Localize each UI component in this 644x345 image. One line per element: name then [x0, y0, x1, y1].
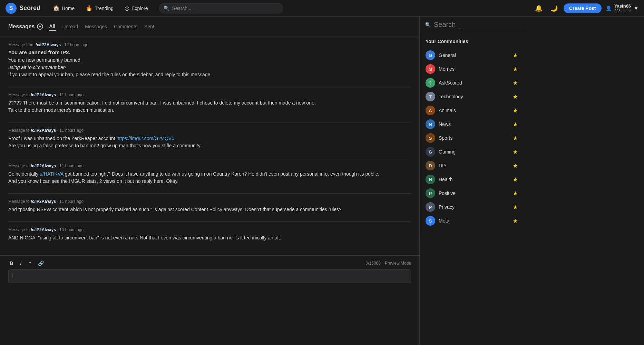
- community-link[interactable]: /c/IP2Always: [31, 128, 56, 133]
- community-link[interactable]: /c/IP2Always: [36, 42, 61, 47]
- community-item[interactable]: ? AskScored ★: [426, 76, 518, 90]
- message-meta-prefix: Message to: [8, 128, 31, 133]
- nav-explore-label: Explore: [131, 6, 148, 11]
- message-time: · 11 hours ago: [57, 199, 84, 204]
- compose-input[interactable]: [8, 269, 411, 283]
- star-icon[interactable]: ★: [513, 52, 518, 59]
- quote-button[interactable]: ❝: [27, 260, 32, 267]
- tab-comments[interactable]: Comments: [113, 22, 138, 31]
- create-post-button[interactable]: Create Post: [564, 3, 602, 13]
- link-button[interactable]: 🔗: [37, 260, 45, 267]
- theme-toggle-button[interactable]: 🌙: [548, 3, 559, 14]
- user-menu[interactable]: 👤 Yasin66 228 score ▼: [606, 3, 638, 13]
- trending-icon: 🔥: [86, 5, 92, 11]
- community-item[interactable]: A Animals ★: [426, 103, 518, 117]
- top-search-area[interactable]: 🔍: [420, 17, 523, 33]
- community-item[interactable]: H Health ★: [426, 172, 518, 186]
- main-layout: Messages + All Unread Messages Comments …: [0, 17, 644, 345]
- message-link[interactable]: https://imgur.com/G2viQV5: [117, 136, 174, 141]
- message-text: And "posting NSFW content which is not p…: [8, 206, 411, 213]
- community-item[interactable]: G General ★: [426, 48, 518, 62]
- nav-home[interactable]: 🏠 Home: [49, 3, 79, 13]
- nav-trending-label: Trending: [95, 6, 114, 11]
- star-icon[interactable]: ★: [513, 218, 518, 224]
- message-text: Coincidentally u/HATIKVA got banned too …: [8, 170, 411, 185]
- community-link[interactable]: /c/IP2Always: [31, 199, 56, 204]
- community-name: Meta: [439, 218, 509, 224]
- community-name: Technology: [439, 94, 509, 99]
- top-search-input[interactable]: [434, 21, 517, 29]
- star-icon[interactable]: ★: [513, 80, 518, 86]
- tab-all[interactable]: All: [49, 22, 56, 31]
- tab-messages[interactable]: Messages: [84, 22, 108, 31]
- star-icon[interactable]: ★: [513, 135, 518, 141]
- list-item: Message to /c/IP2Always · 11 hours ago C…: [8, 164, 411, 185]
- compose-area: B I ❝ 🔗 0/15000 Preview Mode: [0, 255, 419, 288]
- community-name: News: [439, 121, 509, 127]
- community-link[interactable]: /c/IP2Always: [31, 164, 56, 168]
- logo[interactable]: S Scored: [6, 3, 40, 14]
- italic-button[interactable]: I: [19, 260, 23, 267]
- tab-unread[interactable]: Unread: [61, 22, 79, 31]
- list-item: Message to /c/IP2Always · 11 hours ago P…: [8, 128, 411, 149]
- app-name: Scored: [19, 4, 40, 12]
- search-bar[interactable]: 🔍: [159, 3, 283, 13]
- community-avatar: T: [426, 92, 435, 101]
- community-item[interactable]: P Privacy ★: [426, 200, 518, 214]
- community-name: Sports: [439, 135, 509, 141]
- star-icon[interactable]: ★: [513, 176, 518, 183]
- community-item[interactable]: P Positive ★: [426, 186, 518, 200]
- user-dropdown-icon: ▼: [634, 6, 638, 11]
- divider: [8, 87, 411, 87]
- compose-toolbar: B I ❝ 🔗 0/15000 Preview Mode: [8, 260, 411, 267]
- star-icon[interactable]: ★: [513, 66, 518, 72]
- community-item[interactable]: M Memes ★: [426, 62, 518, 76]
- nav-trending[interactable]: 🔥 Trending: [81, 3, 118, 13]
- community-link[interactable]: /c/IP2Always: [31, 92, 56, 97]
- logo-icon: S: [6, 3, 17, 14]
- star-icon[interactable]: ★: [513, 204, 518, 210]
- community-avatar: G: [426, 147, 435, 157]
- message-time: · 11 hours ago: [57, 164, 84, 168]
- message-time: · 11 hours ago: [57, 128, 84, 133]
- user-score: 228 score: [614, 9, 631, 13]
- star-icon[interactable]: ★: [513, 190, 518, 197]
- community-item[interactable]: G Gaming ★: [426, 145, 518, 159]
- message-meta: Message from /c/IP2Always · 12 hours ago: [8, 42, 411, 47]
- star-icon[interactable]: ★: [513, 93, 518, 100]
- star-icon[interactable]: ★: [513, 149, 518, 155]
- community-item[interactable]: T Technology ★: [426, 90, 518, 103]
- user-mention[interactable]: u/HATIKVA: [40, 171, 64, 177]
- divider: [8, 122, 411, 122]
- community-avatar: M: [426, 64, 435, 74]
- messages-body: Message from /c/IP2Always · 12 hours ago…: [0, 37, 419, 255]
- search-input[interactable]: [172, 6, 279, 11]
- preview-mode-button[interactable]: Preview Mode: [385, 261, 411, 266]
- nav-home-label: Home: [62, 6, 75, 11]
- community-avatar: H: [426, 175, 435, 184]
- star-icon[interactable]: ★: [513, 121, 518, 128]
- community-item[interactable]: S Sports ★: [426, 131, 518, 145]
- community-avatar: S: [426, 133, 435, 143]
- bold-button[interactable]: B: [8, 260, 14, 267]
- star-icon[interactable]: ★: [513, 162, 518, 169]
- notifications-button[interactable]: 🔔: [533, 3, 544, 14]
- community-item[interactable]: D DIY ★: [426, 159, 518, 172]
- message-meta-prefix: Message to: [8, 92, 31, 97]
- community-name: Health: [439, 177, 509, 182]
- star-icon[interactable]: ★: [513, 107, 518, 114]
- divider: [8, 158, 411, 158]
- message-meta: Message to /c/IP2Always · 11 hours ago: [8, 199, 411, 204]
- tab-sent[interactable]: Sent: [144, 22, 155, 31]
- community-name: Gaming: [439, 149, 509, 155]
- username: Yasin66: [614, 3, 631, 9]
- list-item: Message to /c/IP2Always · 10 hours ago A…: [8, 227, 411, 241]
- message-meta-prefix: Message to: [8, 227, 31, 232]
- nav-explore[interactable]: ◎ Explore: [120, 3, 152, 13]
- message-meta-prefix: Message from: [8, 42, 36, 47]
- community-item[interactable]: S Meta ★: [426, 214, 518, 228]
- add-message-button[interactable]: +: [37, 23, 43, 30]
- community-link[interactable]: /c/IP2Always: [31, 227, 56, 232]
- community-item[interactable]: N News ★: [426, 117, 518, 131]
- community-avatar: ?: [426, 78, 435, 88]
